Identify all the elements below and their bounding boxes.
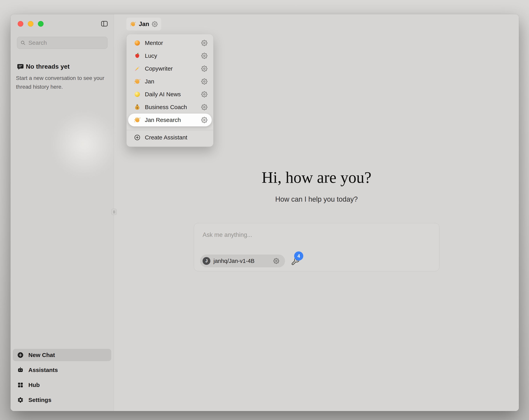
search-field[interactable] <box>17 37 107 49</box>
plus-circle-icon <box>17 352 24 358</box>
sidebar-item-label: Hub <box>28 382 40 388</box>
plus-circle-icon <box>134 134 141 141</box>
model-name: janhq/Jan-v1-4B <box>213 258 254 264</box>
sidebar-toggle-icon <box>101 20 108 27</box>
chat-bubble-icon <box>17 63 24 70</box>
gear-icon[interactable] <box>201 117 207 123</box>
assistants-icon <box>17 367 24 373</box>
orange-ball-icon <box>134 40 141 46</box>
sidebar-decorative-blob <box>51 111 118 177</box>
grip-dots-icon <box>112 209 117 215</box>
assistant-dropdown-menu: Mentor Lucy Copywriter Jan Daily AI News <box>126 34 213 147</box>
menu-item-label: Copywriter <box>145 65 173 72</box>
sidebar-item-label: Settings <box>28 397 51 403</box>
menu-item-business-coach[interactable]: Business Coach <box>127 101 213 114</box>
menu-item-label: Jan <box>145 78 154 85</box>
sidebar-toggle-button[interactable] <box>101 20 108 27</box>
chat-composer: J janhq/Jan-v1-4B 4 <box>194 223 439 271</box>
tools-count-badge: 4 <box>294 251 303 260</box>
gear-icon[interactable] <box>201 104 207 110</box>
waving-hand-icon <box>134 117 141 123</box>
minimize-button[interactable] <box>28 21 33 27</box>
model-avatar: J <box>203 257 210 265</box>
gear-icon[interactable] <box>152 21 158 27</box>
sidebar-item-hub[interactable]: Hub <box>13 379 111 391</box>
menu-item-copywriter[interactable]: Copywriter <box>127 62 213 75</box>
sidebar-resize-handle[interactable] <box>111 209 117 215</box>
menu-item-mentor[interactable]: Mentor <box>127 37 213 49</box>
menu-item-jan-research[interactable]: Jan Research <box>128 114 212 126</box>
waving-hand-icon <box>134 78 141 85</box>
menu-item-label: Lucy <box>145 53 157 59</box>
menu-item-label: Create Assistant <box>145 134 187 141</box>
empty-state-description: Start a new conversation to see your thr… <box>16 74 109 91</box>
hub-grid-icon <box>17 382 24 388</box>
menu-separator <box>127 130 213 130</box>
zoom-button[interactable] <box>38 21 43 27</box>
gear-icon[interactable] <box>201 53 207 59</box>
greeting-title: Hi, how are you? <box>114 168 519 187</box>
assistant-selector-label: Jan <box>139 21 149 27</box>
menu-item-label: Jan Research <box>145 117 181 123</box>
gear-icon[interactable] <box>201 66 207 72</box>
pencil-icon <box>134 65 141 72</box>
close-button[interactable] <box>18 21 23 27</box>
gear-icon[interactable] <box>201 40 207 46</box>
sidebar-item-label: Assistants <box>28 367 58 373</box>
money-bag-icon <box>134 104 141 110</box>
apple-icon <box>134 53 141 59</box>
menu-item-create-assistant[interactable]: Create Assistant <box>127 131 213 144</box>
search-input[interactable] <box>28 40 104 46</box>
menu-item-label: Daily AI News <box>145 91 181 98</box>
menu-item-lucy[interactable]: Lucy <box>127 49 213 62</box>
sidebar-item-assistants[interactable]: Assistants <box>13 364 111 376</box>
menu-item-daily-ai-news[interactable]: Daily AI News <box>127 88 213 101</box>
sidebar-item-label: New Chat <box>28 352 55 358</box>
assistant-selector-chip[interactable]: Jan <box>126 18 161 30</box>
gear-icon[interactable] <box>201 91 207 97</box>
search-icon <box>20 40 26 45</box>
gear-icon <box>17 397 24 403</box>
menu-item-label: Business Coach <box>145 104 187 110</box>
sidebar-item-new-chat[interactable]: New Chat <box>13 349 111 361</box>
menu-item-label: Mentor <box>145 40 163 46</box>
model-selector[interactable]: J janhq/Jan-v1-4B <box>200 255 285 267</box>
menu-item-jan[interactable]: Jan <box>127 75 213 88</box>
sidebar: No threads yet Start a new conversation … <box>11 14 114 411</box>
waving-hand-icon <box>130 21 136 27</box>
empty-state-title: No threads yet <box>26 63 70 70</box>
sidebar-item-settings[interactable]: Settings <box>13 394 111 406</box>
app-window: No threads yet Start a new conversation … <box>11 14 519 411</box>
main-area: Jan Mentor Lucy Copywriter Jan <box>114 14 519 411</box>
window-controls <box>18 21 43 27</box>
yellow-ball-icon <box>134 91 141 98</box>
gear-icon[interactable] <box>201 78 207 85</box>
gear-icon[interactable] <box>273 258 279 264</box>
greeting-subtitle: How can I help you today? <box>114 195 519 203</box>
chat-input[interactable] <box>203 229 428 241</box>
